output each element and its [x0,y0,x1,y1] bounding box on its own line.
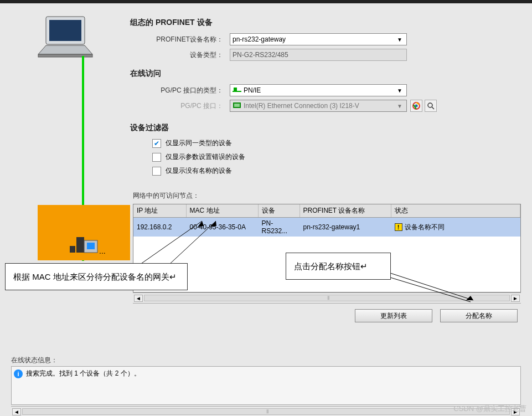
section-online-title: 在线访问 [130,69,521,79]
pnie-icon [233,86,241,94]
col-ip[interactable]: IP 地址 [133,204,186,218]
device-name-dropdown[interactable]: pn-rs232-gateway ▼ [230,33,407,45]
laptop-icon [35,14,96,59]
checkbox-same-type[interactable] [152,139,161,148]
scroll-right-icon[interactable]: ► [511,295,520,302]
info-icon: i [14,369,23,378]
chevron-down-icon: ▼ [395,88,404,94]
checkbox-param-error[interactable] [152,153,161,162]
pgpc-iface-dropdown: Intel(R) Ethernet Connection (3) I218-V … [230,100,407,112]
svg-rect-12 [234,104,240,107]
col-mac[interactable]: MAC 地址 [186,204,258,218]
chevron-down-icon: ▼ [395,37,404,43]
svg-rect-1 [49,20,81,41]
warning-icon: ! [395,223,402,231]
label-param-error: 仅显示参数设置错误的设备 [166,152,245,162]
gateway-device-icon: ... [62,236,106,256]
svg-rect-10 [234,88,237,91]
chrome-like-icon [412,102,420,110]
pgpc-type-dropdown[interactable]: PN/IE ▼ [230,84,407,96]
svg-marker-2 [38,45,92,54]
label-pgpc-iface: PG/PC 接口： [130,101,230,111]
topology-panel: ... [0,3,130,180]
section-profinet-title: 组态的 PROFINET 设备 [130,18,521,28]
svg-rect-4 [76,237,84,253]
scroll-track[interactable]: ⫴ [22,408,510,415]
label-pgpc-type: PG/PC 接口的类型： [130,86,230,95]
status-hscroll[interactable]: ◄ ⫴ ► [11,406,521,416]
label-device-type: 设备类型： [130,50,230,60]
chevron-down-icon: ▼ [395,103,404,109]
col-pn-name[interactable]: PROFINET 设备名称 [299,204,391,218]
device-type-field: PN-G2-RS232/485 [230,49,407,61]
accessible-nodes-label: 网络中的可访问节点： [133,191,521,201]
scroll-track[interactable]: ⫴ [144,295,510,301]
device-box[interactable]: ... [38,205,130,260]
refresh-list-button[interactable]: 更新列表 [355,309,432,322]
scroll-left-icon[interactable]: ◄ [12,408,21,415]
svg-point-15 [428,103,432,107]
col-status[interactable]: 状态 [391,204,520,218]
magnifier-icon [427,102,435,110]
svg-rect-7 [70,246,75,253]
status-box: i 搜索完成。找到 1 个设备（共 2 个）。 [11,366,521,405]
nic-icon [233,102,241,110]
section-filter-title: 设备过滤器 [130,123,521,133]
checkbox-no-name[interactable] [152,167,161,176]
assign-name-button[interactable]: 分配名称 [440,309,518,322]
table-hscroll[interactable]: ◄ ⫴ ► [133,292,521,304]
configure-interface-button[interactable] [410,100,422,112]
label-no-name: 仅显示没有名称的设备 [166,166,232,176]
label-device-name: PROFINET设备名称： [130,35,230,44]
scroll-left-icon[interactable]: ◄ [134,295,143,302]
watermark: CSDN @鼎实工控老曹 [453,404,526,414]
annotation-callout-mac: 根据 MAC 地址来区分待分配设备名的网关↵ [5,263,188,290]
svg-line-16 [432,107,434,109]
svg-rect-6 [87,243,95,249]
table-row[interactable]: 192.168.0.2 00-40-95-36-35-0A PN-RS232..… [133,218,520,237]
label-same-type: 仅显示同一类型的设备 [166,138,232,148]
col-device[interactable]: 设备 [258,204,299,218]
detect-interface-button[interactable] [425,100,437,112]
status-section-label: 在线状态信息： [11,356,521,365]
status-message: 搜索完成。找到 1 个设备（共 2 个）。 [26,369,141,378]
annotation-callout-assign: 点击分配名称按钮↵ [286,253,391,280]
svg-rect-9 [233,91,241,92]
svg-text:...: ... [99,246,106,255]
table-header-row: IP 地址 MAC 地址 设备 PROFINET 设备名称 状态 [133,204,520,218]
